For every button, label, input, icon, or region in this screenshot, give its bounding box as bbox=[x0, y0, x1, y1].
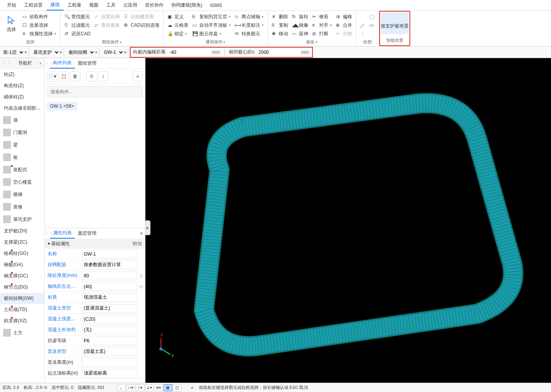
nav-category[interactable]: 楼梯 bbox=[0, 188, 44, 201]
tab-drawing-manage[interactable]: 图纸管理 bbox=[75, 58, 100, 68]
prop-section-basic[interactable]: ▾ 基础属性 附加 bbox=[45, 239, 145, 249]
prop-value-input[interactable] bbox=[82, 315, 137, 323]
prop-name[interactable]: 材质 bbox=[45, 294, 82, 301]
prop-name[interactable]: 喷砼厚度(mm) bbox=[45, 272, 82, 279]
sb-icon-7[interactable]: ◫ bbox=[173, 384, 181, 391]
auto-align-top[interactable]: ▭自动平齐顶板 bbox=[191, 21, 232, 29]
delete-btn[interactable]: ✕删除 bbox=[270, 12, 290, 21]
sb-icon-1[interactable]: ⌞ bbox=[117, 384, 126, 391]
nav-subitem[interactable]: 钢桩(GA) bbox=[0, 259, 44, 270]
copy-btn[interactable]: ⎘复制 bbox=[270, 21, 290, 29]
define-btn[interactable]: ▣定义 bbox=[166, 12, 190, 21]
nav-category[interactable]: 墙 bbox=[0, 114, 44, 126]
prop-value-input[interactable] bbox=[82, 304, 137, 313]
group-label-common[interactable]: 通用操作 bbox=[166, 39, 265, 46]
length-label[interactable]: ⟷长度标注 bbox=[233, 21, 265, 29]
nav-category[interactable]: 土方 bbox=[0, 327, 44, 339]
prop-value-input[interactable] bbox=[82, 293, 137, 302]
nav-item[interactable]: 约束边缘非阴影... bbox=[0, 103, 44, 114]
prop-name[interactable]: 名称 bbox=[45, 251, 82, 257]
search-input[interactable] bbox=[47, 86, 143, 97]
offset-btn[interactable]: ⇉偏移 bbox=[334, 12, 354, 21]
menu-5[interactable]: 工具 bbox=[102, 0, 119, 10]
nav-close[interactable]: × bbox=[39, 61, 42, 66]
new-component[interactable]: 📄▾ bbox=[47, 71, 57, 81]
rotate-btn[interactable]: ↻旋转 bbox=[290, 12, 310, 21]
offset-input[interactable] bbox=[168, 48, 211, 57]
menu-3[interactable]: 工程量 bbox=[64, 0, 85, 10]
prop-value-input[interactable] bbox=[82, 369, 137, 378]
floor-select[interactable]: 第-1层 bbox=[0, 48, 24, 57]
save-element[interactable]: 💾图元存盘 bbox=[191, 29, 232, 38]
mirror-btn[interactable]: ◢◣镜像 bbox=[290, 21, 310, 29]
prop-name[interactable]: 挂网配筋 bbox=[45, 261, 82, 268]
panel-expand-handle[interactable]: ▸ bbox=[145, 220, 150, 235]
prop-value-input[interactable] bbox=[82, 272, 137, 280]
prop-close[interactable]: × bbox=[138, 231, 145, 236]
prop-value-input[interactable] bbox=[82, 250, 137, 258]
nav-category[interactable]: 板 bbox=[0, 151, 44, 163]
nav-category[interactable]: 空心楼盖 bbox=[0, 176, 44, 188]
convert-element[interactable]: ⟲转换图元 bbox=[233, 29, 265, 38]
pick-component[interactable]: ▭拾取构件 bbox=[21, 12, 58, 21]
merge-btn[interactable]: ⊕合并 bbox=[334, 21, 354, 29]
sb-icon-6[interactable]: ▦ bbox=[164, 384, 172, 391]
prop-value-input[interactable] bbox=[82, 282, 137, 291]
two-point-axis[interactable]: ⊹两点辅轴 bbox=[233, 12, 265, 21]
delete-component[interactable]: 🗑 bbox=[70, 71, 80, 81]
component-select[interactable]: GW-1 bbox=[101, 48, 124, 57]
nav-subitem[interactable]: 钢节点(DG) bbox=[0, 282, 44, 293]
sort-component[interactable]: ↕ bbox=[98, 71, 108, 81]
select-by-property[interactable]: ≡按属性选择 bbox=[21, 29, 58, 38]
prop-value-input[interactable] bbox=[82, 347, 137, 356]
prop-value-input[interactable] bbox=[82, 261, 137, 269]
sb-icon-2[interactable]: ▭▾ bbox=[126, 384, 135, 391]
menu-0[interactable]: 开始 bbox=[3, 0, 20, 10]
menu-9[interactable]: IGMS bbox=[206, 1, 226, 10]
more-tools[interactable]: » bbox=[133, 71, 143, 81]
restore-cad[interactable]: ↺还原CAD bbox=[63, 29, 92, 38]
copy-to-layer[interactable]: ⎘复制到其它层 bbox=[191, 12, 232, 21]
nav-subitem[interactable]: 斜支撑(XZ) bbox=[0, 315, 44, 327]
nav-category[interactable]: 装修 bbox=[0, 201, 44, 213]
sb-icon-5[interactable]: ⊕▾ bbox=[154, 384, 163, 391]
nav-item[interactable]: 柱(Z) bbox=[0, 69, 44, 80]
break-btn[interactable]: ⊘打断 bbox=[311, 29, 333, 38]
cloud-check[interactable]: ☁云检查 bbox=[166, 21, 190, 29]
prop-value-input[interactable] bbox=[82, 337, 137, 345]
menu-4[interactable]: 视图 bbox=[85, 0, 102, 10]
nav-subitem[interactable]: 支护桩(ZH) bbox=[0, 225, 44, 237]
trim-btn[interactable]: ✂修剪 bbox=[311, 12, 333, 21]
nav-category[interactable]: 装配式 bbox=[0, 163, 44, 176]
select-tool[interactable]: 选择 bbox=[2, 12, 20, 36]
3d-viewport[interactable]: ▸ X Y bbox=[145, 58, 551, 383]
nav-item[interactable]: 砌体柱(Z) bbox=[0, 91, 44, 103]
filter-element[interactable]: ▽过滤图元 bbox=[63, 21, 92, 29]
prop-value-input[interactable] bbox=[82, 326, 137, 334]
menu-7[interactable]: 造价协作 bbox=[141, 0, 168, 10]
draw-rect[interactable]: ▭ bbox=[368, 21, 377, 29]
nav-item[interactable]: 构造柱(Z) bbox=[0, 80, 44, 91]
prop-name[interactable]: 轴线距左边... bbox=[45, 283, 82, 290]
nav-subitem[interactable]: 钢支撑(GC) bbox=[0, 270, 44, 282]
component-item[interactable]: GW-1 <56> bbox=[47, 102, 77, 110]
prop-name[interactable]: 混凝土强度... bbox=[45, 316, 82, 322]
menu-1[interactable]: 工程设置 bbox=[20, 0, 47, 10]
nav-category[interactable]: 门窗洞 bbox=[0, 126, 44, 139]
menu-2[interactable]: 建模 bbox=[47, 0, 64, 10]
cad-options[interactable]: ⚙CAD识别选项 bbox=[122, 21, 161, 29]
spacing-input[interactable] bbox=[257, 48, 300, 57]
group-label-modify[interactable]: 修改 bbox=[270, 39, 354, 46]
sb-icon-3[interactable]: ⊹▾ bbox=[136, 384, 144, 391]
category-select[interactable]: 基坑支护 bbox=[30, 48, 60, 57]
layout-by-pile-button[interactable]: 按支护桩布置 bbox=[381, 12, 409, 34]
prop-name[interactable]: 混凝土外加剂 bbox=[45, 327, 82, 333]
nav-subitem[interactable]: 格构柱(GG) bbox=[0, 248, 44, 259]
batch-select[interactable]: ☐批量选择 bbox=[21, 21, 58, 29]
move-btn[interactable]: ✥移动 bbox=[270, 29, 290, 38]
menu-6[interactable]: 云应用 bbox=[119, 0, 141, 10]
nav-category[interactable]: 基坑支护 bbox=[0, 213, 44, 225]
prop-name[interactable]: 泵送类型 bbox=[45, 348, 82, 355]
tab-component-list[interactable]: 构件列表 bbox=[50, 58, 75, 69]
nav-subitem[interactable]: 支撑梁(ZC) bbox=[0, 237, 44, 248]
